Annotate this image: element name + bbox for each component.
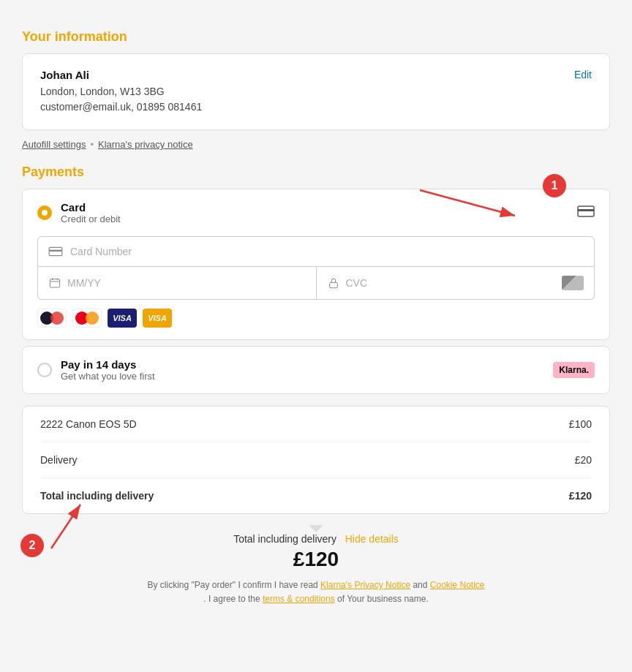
hide-details-link[interactable]: Hide details (345, 533, 399, 545)
legal-text-2: and (410, 580, 430, 590)
cookie-notice-link[interactable]: Cookie Notice (430, 580, 485, 590)
klarna-label: Pay in 14 days Get what you love first (61, 358, 544, 382)
customer-name: Johan Ali (40, 69, 202, 81)
item-2-value: £20 (575, 454, 592, 466)
legal-text-3: . I agree to the (203, 594, 263, 604)
item-1-value: £100 (569, 418, 592, 430)
svg-rect-5 (578, 209, 594, 211)
cvc-field[interactable]: CVC (317, 267, 595, 299)
legal-text-1: By clicking "Pay order" I confirm I have… (147, 580, 320, 590)
lock-icon (327, 277, 340, 289)
svg-line-1 (420, 190, 515, 216)
separator: • (90, 139, 94, 150)
visa-logo: VISA (108, 309, 137, 328)
annotation-arrow-1 (420, 183, 566, 227)
customer-contact: customer@email.uk, 01895 081461 (40, 99, 202, 115)
klarna-radio[interactable] (37, 363, 52, 377)
item-2-label: Delivery (40, 454, 78, 466)
payments-title: Payments (22, 165, 610, 180)
autofill-settings-link[interactable]: Autofill settings (22, 139, 86, 150)
mastercard-logo-2 (72, 309, 102, 328)
visa-gold-logo: VISA (143, 309, 172, 328)
order-item-2: Delivery £20 (40, 442, 592, 478)
credit-card-icon (577, 204, 595, 222)
card-number-placeholder: Card Number (70, 246, 132, 257)
privacy-notice-link[interactable]: Klarna's privacy notice (98, 139, 193, 150)
card-radio[interactable] (37, 205, 52, 220)
klarna-name: Pay in 14 days (61, 358, 544, 371)
klarna-privacy-link[interactable]: Klarna's Privacy Notice (320, 580, 410, 590)
your-information-card: Johan Ali London, London, W13 3BG custom… (22, 53, 610, 130)
expiry-placeholder: MM/YY (67, 277, 101, 289)
cvc-placeholder: CVC (346, 277, 368, 289)
svg-rect-12 (329, 282, 337, 287)
klarna-badge: Klarna. (553, 362, 595, 378)
expiry-field[interactable]: MM/YY (38, 267, 317, 299)
klarna-subtitle: Get what you love first (61, 371, 544, 382)
card-logos: VISA VISA (37, 309, 595, 328)
autofill-bar: Autofill settings • Klarna's privacy not… (22, 139, 610, 150)
legal-text-4: of Your business name. (335, 594, 429, 604)
edit-link[interactable]: Edit (574, 69, 592, 80)
total-value: £120 (569, 490, 592, 502)
card-fields: Card Number MM/YY (37, 236, 595, 328)
item-1-label: 2222 Canon EOS 5D (40, 418, 137, 430)
customer-address: London, London, W13 3BG (40, 84, 202, 99)
order-item-1: 2222 Canon EOS 5D £100 (40, 407, 592, 442)
card-number-icon (48, 246, 63, 257)
your-information-title: Your information (22, 29, 610, 45)
card-split-row: MM/YY CVC (37, 267, 595, 300)
footer-total-amount: £120 (22, 548, 610, 571)
calendar-icon (48, 277, 61, 289)
footer-total-label: Total including delivery Hide details (22, 533, 610, 545)
svg-rect-8 (50, 279, 59, 287)
total-bar: Total including delivery Hide details £1… (22, 526, 610, 571)
mastercard-logo (37, 309, 67, 328)
card-number-field[interactable]: Card Number (37, 236, 595, 267)
cvc-card-visual (562, 276, 584, 290)
payment-option-klarna[interactable]: Pay in 14 days Get what you love first K… (22, 346, 610, 394)
svg-rect-7 (49, 250, 62, 252)
legal-text: By clicking "Pay order" I confirm I have… (22, 578, 610, 606)
terms-link[interactable]: terms & conditions (263, 594, 335, 604)
